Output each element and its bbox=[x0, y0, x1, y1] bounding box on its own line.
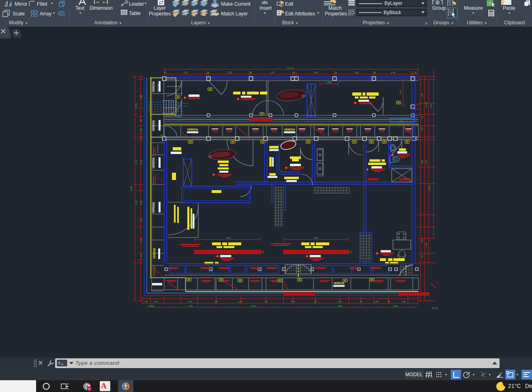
svg-text:2.25: 2.25 bbox=[188, 300, 192, 303]
svg-text:VEREDA: VEREDA bbox=[152, 120, 155, 131]
svg-text:.25: .25 bbox=[313, 300, 317, 303]
svg-text:.25: .25 bbox=[359, 300, 362, 303]
svg-text:1.425: 1.425 bbox=[425, 243, 427, 248]
svg-text:1.925: 1.925 bbox=[148, 305, 154, 307]
svg-text:1.00: 1.00 bbox=[374, 300, 379, 303]
svg-text:.25: .25 bbox=[334, 71, 337, 74]
svg-text:1.925: 1.925 bbox=[326, 81, 332, 84]
svg-text:VEREDA: VEREDA bbox=[152, 157, 155, 168]
svg-text:3.90: 3.90 bbox=[314, 71, 318, 74]
svg-text:4.50: 4.50 bbox=[226, 237, 231, 239]
svg-text:VEREDA: VEREDA bbox=[152, 202, 155, 213]
svg-text:.15: .15 bbox=[140, 219, 142, 223]
svg-text:2.50: 2.50 bbox=[189, 305, 193, 307]
svg-text:.25: .25 bbox=[214, 300, 217, 303]
svg-text:.25: .25 bbox=[292, 71, 295, 74]
svg-text:2.00: 2.00 bbox=[291, 300, 295, 303]
svg-text:.25: .25 bbox=[206, 71, 209, 74]
svg-text:18.50: 18.50 bbox=[428, 186, 431, 191]
svg-text:2.45: 2.45 bbox=[140, 160, 142, 165]
svg-text:.15: .15 bbox=[140, 137, 142, 140]
svg-text:.25: .25 bbox=[414, 71, 417, 74]
svg-text:2.75: 2.75 bbox=[184, 71, 188, 74]
svg-text:2.60: 2.60 bbox=[354, 71, 359, 74]
svg-text:2.10: 2.10 bbox=[135, 160, 137, 165]
svg-text:1.00: 1.00 bbox=[140, 239, 142, 243]
svg-text:S: S bbox=[88, 388, 90, 390]
svg-text:.25: .25 bbox=[421, 116, 423, 119]
svg-text:.40: .40 bbox=[421, 255, 423, 258]
svg-text:VEREDA: VEREDA bbox=[153, 248, 156, 259]
svg-text:2.25: 2.25 bbox=[337, 300, 342, 303]
svg-text:VEREDA: VEREDA bbox=[284, 128, 295, 131]
svg-text:5.50: 5.50 bbox=[251, 305, 256, 307]
svg-text:3.10: 3.10 bbox=[135, 201, 137, 205]
svg-text:.25: .25 bbox=[264, 300, 267, 303]
svg-text:4.075: 4.075 bbox=[425, 102, 427, 107]
svg-text:.25: .25 bbox=[387, 300, 390, 303]
svg-text:17.75: 17.75 bbox=[287, 67, 294, 69]
svg-text:4.50: 4.50 bbox=[314, 237, 318, 239]
svg-text:4.075: 4.075 bbox=[135, 103, 137, 109]
svg-text:.40: .40 bbox=[140, 255, 142, 258]
svg-text:.25: .25 bbox=[163, 71, 167, 74]
svg-text:3.50: 3.50 bbox=[393, 305, 398, 307]
svg-text:18.50: 18.50 bbox=[130, 186, 133, 191]
svg-text:VEREDA: VEREDA bbox=[333, 282, 344, 285]
svg-text:3.23: 3.23 bbox=[425, 160, 427, 165]
svg-text:.25: .25 bbox=[249, 71, 252, 74]
svg-text:.40: .40 bbox=[140, 119, 142, 122]
svg-text:2.75: 2.75 bbox=[227, 71, 232, 74]
svg-text:.10: .10 bbox=[349, 251, 352, 253]
svg-text:18.15: 18.15 bbox=[431, 307, 438, 309]
svg-text:1.34: 1.34 bbox=[421, 127, 423, 131]
svg-text:2.25: 2.25 bbox=[238, 300, 242, 303]
svg-text:.40: .40 bbox=[144, 300, 148, 303]
svg-text:2.75: 2.75 bbox=[270, 71, 275, 74]
svg-text:3.45: 3.45 bbox=[391, 71, 395, 74]
svg-text:.25: .25 bbox=[373, 71, 376, 74]
svg-text:3.70: 3.70 bbox=[399, 90, 402, 95]
svg-text:2.00: 2.00 bbox=[401, 300, 406, 303]
svg-text:1.00: 1.00 bbox=[421, 239, 423, 243]
svg-text:1.34: 1.34 bbox=[421, 93, 423, 98]
svg-text:2.50: 2.50 bbox=[338, 305, 342, 307]
svg-text:VEREDA: VEREDA bbox=[187, 128, 198, 131]
svg-text:2.35: 2.35 bbox=[140, 95, 142, 100]
svg-text:1.00: 1.00 bbox=[154, 300, 159, 303]
svg-text:4.24: 4.24 bbox=[430, 104, 432, 109]
svg-text:.10: .10 bbox=[261, 251, 264, 253]
svg-text:VEREDA: VEREDA bbox=[152, 81, 155, 92]
svg-text:2.45: 2.45 bbox=[140, 201, 142, 205]
svg-text:.20: .20 bbox=[160, 134, 163, 137]
svg-text:2.86: 2.86 bbox=[421, 160, 423, 165]
svg-text:1.00: 1.00 bbox=[140, 129, 142, 133]
